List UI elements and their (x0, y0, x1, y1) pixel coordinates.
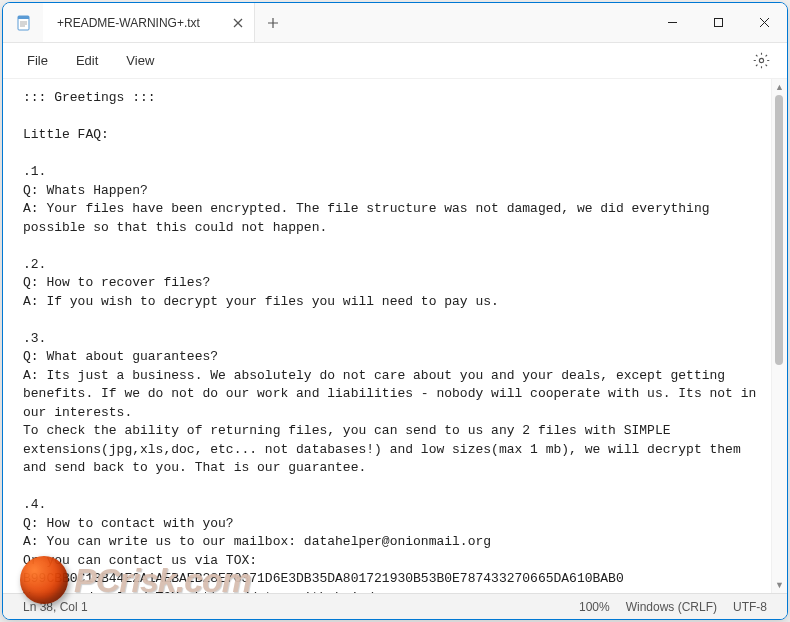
scroll-down-arrow[interactable]: ▼ (772, 577, 787, 593)
tab-title: +README-WARNING+.txt (57, 16, 200, 30)
menu-file[interactable]: File (13, 47, 62, 74)
menu-view[interactable]: View (112, 47, 168, 74)
menubar: File Edit View (3, 43, 787, 79)
vertical-scrollbar[interactable]: ▲ ▼ (771, 79, 787, 593)
titlebar: +README-WARNING+.txt (3, 3, 787, 43)
content-area: ::: Greetings ::: Little FAQ: .1. Q: Wha… (3, 79, 787, 593)
scroll-thumb[interactable] (775, 95, 783, 365)
scroll-up-arrow[interactable]: ▲ (772, 79, 787, 95)
scroll-track[interactable] (772, 95, 787, 577)
notepad-window: +README-WARNING+.txt File Edit View (2, 2, 788, 620)
settings-button[interactable] (745, 45, 777, 77)
close-button[interactable] (741, 3, 787, 42)
maximize-button[interactable] (695, 3, 741, 42)
notepad-icon (15, 14, 33, 32)
text-editor[interactable]: ::: Greetings ::: Little FAQ: .1. Q: Wha… (3, 79, 771, 593)
svg-rect-1 (18, 16, 29, 19)
menu-edit[interactable]: Edit (62, 47, 112, 74)
svg-point-13 (759, 58, 763, 62)
window-controls (649, 3, 787, 42)
statusbar: Ln 38, Col 1 100% Windows (CRLF) UTF-8 (3, 593, 787, 619)
status-position: Ln 38, Col 1 (15, 600, 96, 614)
minimize-button[interactable] (649, 3, 695, 42)
svg-rect-10 (714, 19, 722, 27)
tab-close-button[interactable] (230, 15, 246, 31)
status-encoding: UTF-8 (725, 600, 775, 614)
status-zoom: 100% (571, 600, 618, 614)
new-tab-button[interactable] (255, 3, 291, 42)
status-eol: Windows (CRLF) (618, 600, 725, 614)
file-tab[interactable]: +README-WARNING+.txt (43, 3, 255, 42)
